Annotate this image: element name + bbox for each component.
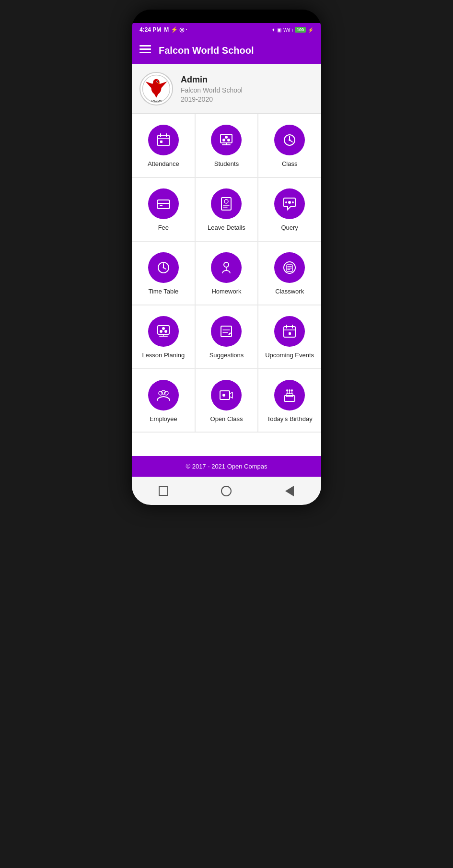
time-table-label: Time Table: [148, 288, 178, 296]
class-icon-circle: [274, 125, 305, 155]
notch: [196, 12, 258, 21]
employee-label: Employee: [150, 415, 177, 423]
suggestions-label: Suggestions: [209, 352, 244, 360]
svg-rect-9: [158, 135, 169, 146]
menu-item-homework[interactable]: Homework: [195, 241, 258, 305]
charging-icon: ⚡: [308, 27, 314, 33]
class-label: Class: [282, 160, 298, 168]
svg-rect-51: [221, 326, 232, 337]
hamburger-button[interactable]: [139, 43, 151, 58]
svg-point-7: [157, 81, 158, 82]
students-icon-circle: [211, 125, 242, 155]
menu-item-lesson-planing[interactable]: Lesson Planing: [132, 305, 195, 369]
user-name: Admin: [181, 75, 243, 85]
nav-home-button[interactable]: [219, 484, 233, 498]
status-icons-left: M ⚡ ◎ ·: [164, 26, 187, 33]
menu-item-fee[interactable]: Fee: [132, 177, 195, 241]
svg-rect-2: [139, 52, 151, 53]
svg-point-69: [286, 389, 288, 391]
status-left: 4:24 PM M ⚡ ◎ ·: [139, 26, 187, 33]
homework-icon-circle: [211, 252, 242, 283]
homework-label: Homework: [211, 288, 241, 296]
menu-item-attendance[interactable]: Attendance: [132, 114, 195, 177]
app-header: Falcon World School: [132, 36, 321, 64]
svg-rect-0: [139, 45, 151, 47]
avatar: FALCON: [139, 72, 173, 106]
phone-frame: 4:24 PM M ⚡ ◎ · ✦ ▣ WiFi 100 ⚡ Falcon Wo…: [132, 10, 321, 505]
svg-point-33: [292, 201, 294, 203]
menu-grid: Attendance Students: [132, 114, 321, 432]
classwork-icon-circle: [274, 252, 305, 283]
employee-icon-circle: [148, 380, 179, 411]
nav-square-icon: [159, 486, 168, 496]
menu-item-query[interactable]: Query: [258, 177, 321, 241]
svg-point-32: [285, 201, 287, 203]
menu-item-leave-details[interactable]: Leave Details: [195, 177, 258, 241]
menu-item-open-class[interactable]: Open Class: [195, 369, 258, 433]
nav-bar: [132, 477, 321, 505]
user-school: Falcon World School: [181, 86, 243, 94]
nav-circle-icon: [221, 486, 232, 496]
svg-point-70: [289, 389, 290, 391]
upcoming-events-label: Upcoming Events: [265, 352, 314, 360]
menu-item-classwork[interactable]: Classwork: [258, 241, 321, 305]
upcoming-events-icon-circle: [274, 316, 305, 347]
status-bar: 4:24 PM M ⚡ ◎ · ✦ ▣ WiFi 100 ⚡: [132, 23, 321, 36]
svg-point-71: [291, 389, 293, 391]
svg-point-49: [164, 330, 167, 333]
svg-point-38: [224, 262, 229, 267]
fee-label: Fee: [158, 224, 169, 232]
svg-rect-1: [139, 48, 151, 50]
copyright-text: © 2017 - 2021 Open Compas: [186, 463, 267, 470]
svg-rect-26: [160, 205, 163, 206]
svg-rect-54: [284, 327, 295, 337]
user-profile: FALCON Admin Falcon World School 2019-20…: [132, 64, 321, 114]
time: 4:24 PM: [139, 26, 161, 33]
svg-rect-58: [289, 332, 291, 335]
user-info: Admin Falcon World School 2019-2020: [181, 75, 243, 103]
classwork-label: Classwork: [275, 288, 304, 296]
signal-icon: ▣: [277, 27, 281, 33]
menu-item-suggestions[interactable]: Suggestions: [195, 305, 258, 369]
svg-point-16: [227, 139, 230, 141]
menu-item-students[interactable]: Students: [195, 114, 258, 177]
footer: © 2017 - 2021 Open Compas: [132, 456, 321, 477]
svg-point-50: [162, 327, 165, 330]
students-label: Students: [214, 160, 239, 168]
menu-item-todays-birthday[interactable]: Today's Birthday: [258, 369, 321, 433]
leave-details-label: Leave Details: [208, 224, 245, 232]
user-year: 2019-2020: [181, 95, 243, 103]
svg-point-63: [222, 394, 225, 397]
notch-area: [132, 10, 321, 23]
query-icon-circle: [274, 188, 305, 219]
suggestions-icon-circle: [211, 316, 242, 347]
nav-back-button[interactable]: [282, 484, 297, 498]
svg-point-15: [222, 139, 225, 141]
open-class-label: Open Class: [210, 415, 243, 423]
lesson-planing-icon-circle: [148, 316, 179, 347]
status-icons-right: ✦ ▣ WiFi 100 ⚡: [271, 27, 314, 33]
query-label: Query: [281, 224, 298, 232]
svg-point-28: [224, 199, 228, 203]
nav-square-button[interactable]: [156, 484, 171, 498]
svg-text:FALCON: FALCON: [151, 99, 162, 102]
lesson-planing-label: Lesson Planing: [142, 352, 185, 360]
bluetooth-icon: ✦: [271, 27, 275, 33]
spacer-row: [132, 432, 321, 456]
attendance-icon-circle: [148, 125, 179, 155]
fee-icon-circle: [148, 188, 179, 219]
menu-item-time-table[interactable]: Time Table: [132, 241, 195, 305]
time-table-icon-circle: [148, 252, 179, 283]
todays-birthday-icon-circle: [274, 380, 305, 411]
svg-point-23: [289, 139, 290, 141]
svg-rect-13: [160, 141, 163, 143]
svg-point-5: [153, 79, 160, 86]
todays-birthday-label: Today's Birthday: [267, 415, 313, 423]
menu-item-employee[interactable]: Employee: [132, 369, 195, 433]
svg-point-31: [288, 201, 291, 204]
menu-item-upcoming-events[interactable]: Upcoming Events: [258, 305, 321, 369]
menu-item-class[interactable]: Class: [258, 114, 321, 177]
open-class-icon-circle: [211, 380, 242, 411]
svg-rect-24: [157, 200, 170, 209]
svg-point-48: [160, 330, 163, 333]
